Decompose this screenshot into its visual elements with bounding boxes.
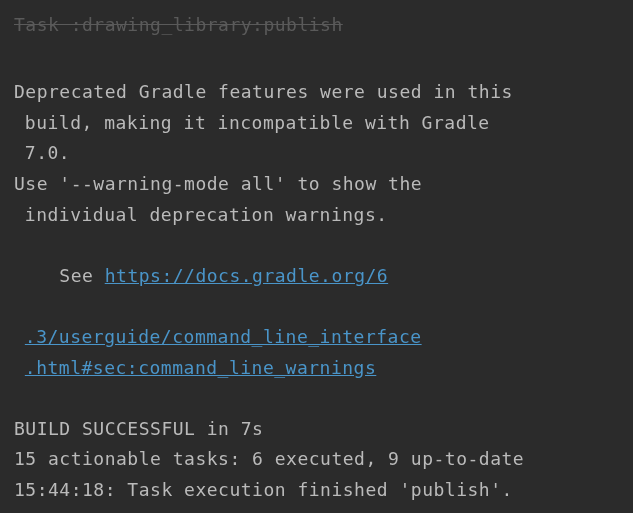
gradle-docs-link-continuation[interactable]: .html#sec:command_line_warnings <box>14 353 619 384</box>
deprecation-warning-line: 7.0. <box>14 138 619 169</box>
see-docs-line: See https://docs.gradle.org/6 <box>14 230 619 322</box>
execution-finished-line: 15:44:18: Task execution finished 'publi… <box>14 475 619 506</box>
warning-mode-line: Use '--warning-mode all' to show the <box>14 169 619 200</box>
tasks-summary-line: 15 actionable tasks: 6 executed, 9 up-to… <box>14 444 619 475</box>
see-prefix: See <box>59 265 104 286</box>
blank-line <box>14 47 619 78</box>
truncated-task-line: Task :drawing_library:publish <box>14 10 619 41</box>
gradle-docs-link[interactable]: https://docs.gradle.org/6 <box>105 265 388 286</box>
warning-mode-line: individual deprecation warnings. <box>14 200 619 231</box>
console-output: Task :drawing_library:publish Deprecated… <box>0 0 633 513</box>
deprecation-warning-line: Deprecated Gradle features were used in … <box>14 77 619 108</box>
blank-line <box>14 383 619 414</box>
build-status-line: BUILD SUCCESSFUL in 7s <box>14 414 619 445</box>
deprecation-warning-line: build, making it incompatible with Gradl… <box>14 108 619 139</box>
gradle-docs-link-continuation[interactable]: .3/userguide/command_line_interface <box>14 322 619 353</box>
